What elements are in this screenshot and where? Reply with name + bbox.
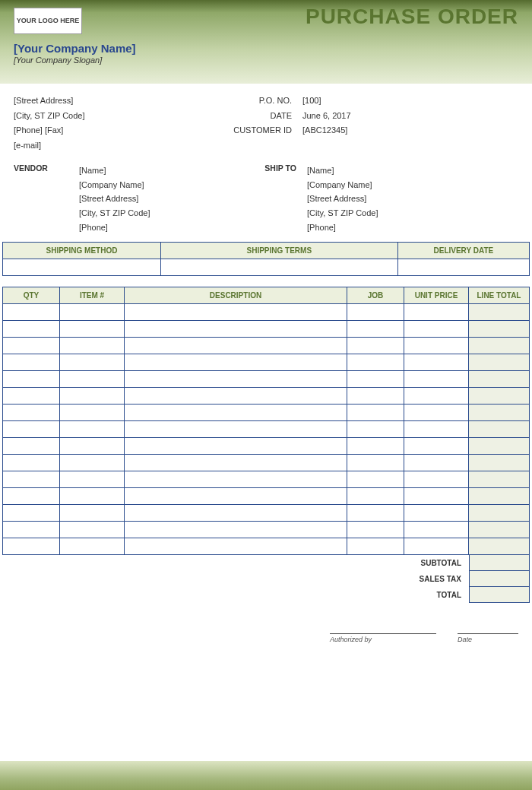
- cell-item[interactable]: [60, 438, 125, 455]
- cell-job[interactable]: [347, 488, 404, 505]
- cell-total[interactable]: [469, 405, 530, 421]
- cell-total[interactable]: [469, 321, 530, 338]
- cell-price[interactable]: [404, 488, 469, 505]
- cell-total[interactable]: [469, 438, 530, 455]
- cell-price[interactable]: [404, 405, 469, 421]
- cell-item[interactable]: [60, 388, 125, 405]
- cell-desc[interactable]: [125, 354, 347, 371]
- desc-header: DESCRIPTION: [125, 287, 347, 304]
- cell-job[interactable]: [347, 388, 404, 405]
- cell-item[interactable]: [60, 371, 125, 388]
- cell-total[interactable]: [469, 338, 530, 354]
- cell-total[interactable]: [469, 471, 530, 488]
- shipping-terms-cell[interactable]: [160, 259, 397, 276]
- cell-qty[interactable]: [3, 471, 60, 488]
- cell-desc[interactable]: [125, 304, 347, 321]
- cell-desc[interactable]: [125, 321, 347, 338]
- cell-price[interactable]: [404, 371, 469, 388]
- cell-job[interactable]: [347, 421, 404, 438]
- cell-item[interactable]: [60, 354, 125, 371]
- cell-item[interactable]: [60, 304, 125, 321]
- cell-price[interactable]: [404, 338, 469, 354]
- cell-qty[interactable]: [3, 405, 60, 421]
- delivery-date-cell[interactable]: [397, 259, 529, 276]
- cell-item[interactable]: [60, 471, 125, 488]
- cell-qty[interactable]: [3, 488, 60, 505]
- cell-total[interactable]: [469, 522, 530, 538]
- cell-qty[interactable]: [3, 354, 60, 371]
- cell-price[interactable]: [404, 321, 469, 338]
- logo-placeholder: YOUR LOGO HERE: [14, 8, 82, 34]
- cell-qty[interactable]: [3, 538, 60, 555]
- cell-qty[interactable]: [3, 421, 60, 438]
- cell-job[interactable]: [347, 505, 404, 522]
- cell-price[interactable]: [404, 522, 469, 538]
- cell-price[interactable]: [404, 505, 469, 522]
- cell-price[interactable]: [404, 354, 469, 371]
- cell-item[interactable]: [60, 522, 125, 538]
- cell-price[interactable]: [404, 388, 469, 405]
- cell-job[interactable]: [347, 321, 404, 338]
- cell-job[interactable]: [347, 304, 404, 321]
- cell-desc[interactable]: [125, 522, 347, 538]
- cell-desc[interactable]: [125, 538, 347, 555]
- vendor-label: VENDOR: [14, 163, 79, 234]
- cell-job[interactable]: [347, 455, 404, 471]
- cell-job[interactable]: [347, 471, 404, 488]
- document-title: PURCHASE ORDER: [306, 5, 518, 29]
- cell-desc[interactable]: [125, 405, 347, 421]
- cell-qty[interactable]: [3, 321, 60, 338]
- cell-item[interactable]: [60, 421, 125, 438]
- table-row: [3, 321, 530, 338]
- cell-price[interactable]: [404, 421, 469, 438]
- cell-item[interactable]: [60, 321, 125, 338]
- cell-total[interactable]: [469, 455, 530, 471]
- cell-qty[interactable]: [3, 455, 60, 471]
- cell-price[interactable]: [404, 304, 469, 321]
- cell-desc[interactable]: [125, 505, 347, 522]
- cell-item[interactable]: [60, 455, 125, 471]
- cell-price[interactable]: [404, 438, 469, 455]
- cell-total[interactable]: [469, 371, 530, 388]
- cell-job[interactable]: [347, 354, 404, 371]
- shipping-method-cell[interactable]: [3, 259, 161, 276]
- cell-job[interactable]: [347, 405, 404, 421]
- cell-job[interactable]: [347, 438, 404, 455]
- cell-total[interactable]: [469, 388, 530, 405]
- cell-total[interactable]: [469, 538, 530, 555]
- cell-total[interactable]: [469, 488, 530, 505]
- cell-price[interactable]: [404, 471, 469, 488]
- cell-qty[interactable]: [3, 371, 60, 388]
- cell-job[interactable]: [347, 538, 404, 555]
- cell-item[interactable]: [60, 405, 125, 421]
- cell-qty[interactable]: [3, 338, 60, 354]
- cell-desc[interactable]: [125, 338, 347, 354]
- cell-qty[interactable]: [3, 505, 60, 522]
- cell-total[interactable]: [469, 421, 530, 438]
- cell-qty[interactable]: [3, 304, 60, 321]
- cell-price[interactable]: [404, 538, 469, 555]
- cell-desc[interactable]: [125, 455, 347, 471]
- cell-job[interactable]: [347, 338, 404, 354]
- cell-price[interactable]: [404, 455, 469, 471]
- shipto-company: [Company Name]: [307, 178, 482, 192]
- cell-item[interactable]: [60, 488, 125, 505]
- cell-desc[interactable]: [125, 371, 347, 388]
- cell-total[interactable]: [469, 505, 530, 522]
- cell-total[interactable]: [469, 304, 530, 321]
- cell-desc[interactable]: [125, 421, 347, 438]
- cell-desc[interactable]: [125, 388, 347, 405]
- cell-qty[interactable]: [3, 438, 60, 455]
- cell-qty[interactable]: [3, 388, 60, 405]
- cell-item[interactable]: [60, 538, 125, 555]
- cell-desc[interactable]: [125, 471, 347, 488]
- cell-job[interactable]: [347, 522, 404, 538]
- cell-total[interactable]: [469, 354, 530, 371]
- cell-qty[interactable]: [3, 522, 60, 538]
- cell-job[interactable]: [347, 371, 404, 388]
- cell-item[interactable]: [60, 338, 125, 354]
- cell-desc[interactable]: [125, 488, 347, 505]
- customer-id-label: CUSTOMER ID: [226, 124, 302, 137]
- cell-item[interactable]: [60, 505, 125, 522]
- cell-desc[interactable]: [125, 438, 347, 455]
